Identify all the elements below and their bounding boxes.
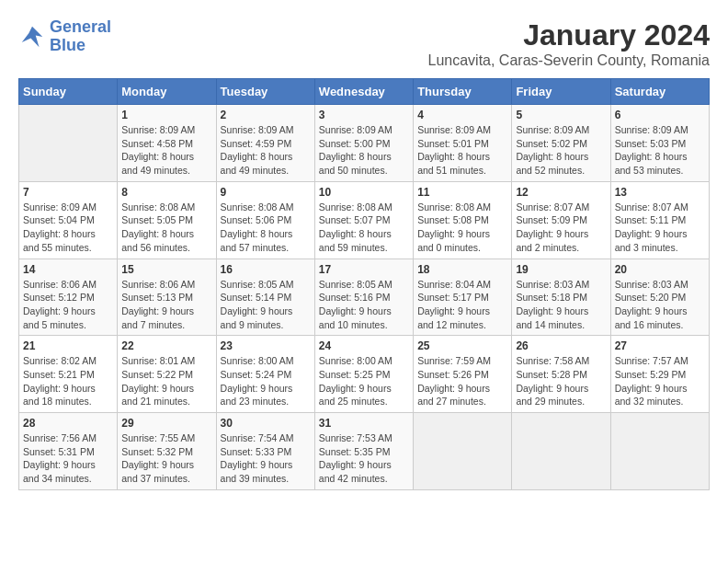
weekday-header-cell: Saturday [610, 79, 709, 105]
month-title: January 2024 [427, 18, 710, 52]
calendar-day-cell: 4Sunrise: 8:09 AMSunset: 5:01 PMDaylight… [414, 105, 512, 182]
day-number: 6 [615, 109, 705, 121]
day-number: 19 [516, 263, 606, 276]
day-number: 12 [516, 186, 606, 199]
day-info: Sunrise: 8:07 AMSunset: 5:09 PMDaylight:… [516, 201, 606, 255]
day-info: Sunrise: 8:08 AMSunset: 5:07 PMDaylight:… [319, 201, 409, 255]
calendar-day-cell [512, 413, 610, 490]
day-number: 15 [121, 263, 211, 276]
day-number: 9 [221, 186, 311, 199]
day-number: 13 [615, 186, 705, 199]
day-info: Sunrise: 7:57 AMSunset: 5:29 PMDaylight:… [615, 354, 705, 408]
logo-icon [18, 23, 46, 51]
day-info: Sunrise: 7:59 AMSunset: 5:26 PMDaylight:… [417, 354, 507, 408]
calendar-day-cell: 8Sunrise: 8:08 AMSunset: 5:05 PMDaylight… [118, 181, 216, 259]
weekday-header-cell: Thursday [414, 79, 512, 105]
calendar-day-cell: 14Sunrise: 8:06 AMSunset: 5:12 PMDayligh… [19, 259, 118, 336]
calendar-day-cell: 29Sunrise: 7:55 AMSunset: 5:32 PMDayligh… [118, 413, 216, 490]
logo-line2: Blue [50, 36, 85, 54]
header: General Blue January 2024 Luncavita, Car… [18, 18, 710, 69]
calendar-day-cell: 5Sunrise: 8:09 AMSunset: 5:02 PMDaylight… [512, 105, 610, 182]
calendar-day-cell: 17Sunrise: 8:05 AMSunset: 5:16 PMDayligh… [314, 259, 413, 336]
day-info: Sunrise: 8:09 AMSunset: 5:02 PMDaylight:… [516, 123, 606, 178]
day-number: 18 [417, 263, 507, 276]
calendar: SundayMondayTuesdayWednesdayThursdayFrid… [18, 78, 710, 490]
weekday-header-cell: Monday [118, 79, 216, 105]
day-info: Sunrise: 7:54 AMSunset: 5:33 PMDaylight:… [221, 431, 311, 486]
day-number: 7 [23, 186, 113, 199]
calendar-week-row: 21Sunrise: 8:02 AMSunset: 5:21 PMDayligh… [19, 336, 710, 413]
weekday-header-cell: Friday [512, 79, 610, 105]
calendar-week-row: 28Sunrise: 7:56 AMSunset: 5:31 PMDayligh… [19, 413, 710, 490]
day-info: Sunrise: 8:09 AMSunset: 5:01 PMDaylight:… [417, 123, 507, 178]
calendar-day-cell [414, 413, 512, 490]
day-info: Sunrise: 8:05 AMSunset: 5:16 PMDaylight:… [319, 278, 409, 332]
day-number: 26 [516, 339, 606, 352]
day-info: Sunrise: 7:56 AMSunset: 5:31 PMDaylight:… [23, 431, 113, 486]
calendar-week-row: 7Sunrise: 8:09 AMSunset: 5:04 PMDaylight… [19, 181, 710, 259]
calendar-day-cell: 9Sunrise: 8:08 AMSunset: 5:06 PMDaylight… [216, 181, 314, 259]
calendar-day-cell: 30Sunrise: 7:54 AMSunset: 5:33 PMDayligh… [216, 413, 314, 490]
calendar-day-cell: 16Sunrise: 8:05 AMSunset: 5:14 PMDayligh… [216, 259, 314, 336]
day-number: 2 [221, 109, 311, 121]
calendar-day-cell: 12Sunrise: 8:07 AMSunset: 5:09 PMDayligh… [512, 181, 610, 259]
svg-marker-0 [22, 27, 43, 48]
calendar-day-cell: 15Sunrise: 8:06 AMSunset: 5:13 PMDayligh… [118, 259, 216, 336]
calendar-day-cell: 13Sunrise: 8:07 AMSunset: 5:11 PMDayligh… [610, 181, 709, 259]
calendar-day-cell [19, 105, 118, 182]
day-number: 5 [516, 109, 606, 121]
day-number: 25 [417, 339, 507, 352]
day-number: 11 [417, 186, 507, 199]
calendar-day-cell: 27Sunrise: 7:57 AMSunset: 5:29 PMDayligh… [610, 336, 709, 413]
calendar-day-cell: 26Sunrise: 7:58 AMSunset: 5:28 PMDayligh… [512, 336, 610, 413]
calendar-day-cell: 31Sunrise: 7:53 AMSunset: 5:35 PMDayligh… [314, 413, 413, 490]
day-number: 1 [121, 109, 211, 121]
day-number: 24 [319, 339, 409, 352]
day-number: 21 [23, 339, 113, 352]
weekday-header-cell: Tuesday [216, 79, 314, 105]
day-number: 22 [121, 339, 211, 352]
day-number: 3 [319, 109, 409, 121]
calendar-day-cell: 21Sunrise: 8:02 AMSunset: 5:21 PMDayligh… [19, 336, 118, 413]
day-number: 16 [221, 263, 311, 276]
calendar-day-cell: 20Sunrise: 8:03 AMSunset: 5:20 PMDayligh… [610, 259, 709, 336]
logo: General Blue [18, 18, 111, 55]
day-info: Sunrise: 7:55 AMSunset: 5:32 PMDaylight:… [121, 431, 211, 486]
title-area: January 2024 Luncavita, Caras-Severin Co… [427, 18, 710, 69]
day-info: Sunrise: 8:04 AMSunset: 5:17 PMDaylight:… [417, 278, 507, 332]
day-info: Sunrise: 8:08 AMSunset: 5:05 PMDaylight:… [121, 201, 211, 255]
calendar-day-cell: 24Sunrise: 8:00 AMSunset: 5:25 PMDayligh… [314, 336, 413, 413]
calendar-day-cell: 11Sunrise: 8:08 AMSunset: 5:08 PMDayligh… [414, 181, 512, 259]
day-info: Sunrise: 8:08 AMSunset: 5:08 PMDaylight:… [417, 201, 507, 255]
day-number: 31 [319, 417, 409, 430]
day-number: 8 [121, 186, 211, 199]
calendar-day-cell: 19Sunrise: 8:03 AMSunset: 5:18 PMDayligh… [512, 259, 610, 336]
calendar-day-cell: 23Sunrise: 8:00 AMSunset: 5:24 PMDayligh… [216, 336, 314, 413]
day-number: 30 [221, 417, 311, 430]
day-info: Sunrise: 8:02 AMSunset: 5:21 PMDaylight:… [23, 354, 113, 408]
day-info: Sunrise: 8:06 AMSunset: 5:12 PMDaylight:… [23, 278, 113, 332]
day-info: Sunrise: 8:05 AMSunset: 5:14 PMDaylight:… [221, 278, 311, 332]
day-info: Sunrise: 8:00 AMSunset: 5:25 PMDaylight:… [319, 354, 409, 408]
day-info: Sunrise: 8:01 AMSunset: 5:22 PMDaylight:… [121, 354, 211, 408]
day-info: Sunrise: 8:08 AMSunset: 5:06 PMDaylight:… [221, 201, 311, 255]
day-number: 27 [615, 339, 705, 352]
day-info: Sunrise: 8:03 AMSunset: 5:20 PMDaylight:… [615, 278, 705, 332]
day-info: Sunrise: 8:00 AMSunset: 5:24 PMDaylight:… [221, 354, 311, 408]
weekday-header-row: SundayMondayTuesdayWednesdayThursdayFrid… [19, 79, 710, 105]
calendar-day-cell: 22Sunrise: 8:01 AMSunset: 5:22 PMDayligh… [118, 336, 216, 413]
logo-text: General Blue [50, 18, 111, 55]
day-info: Sunrise: 8:03 AMSunset: 5:18 PMDaylight:… [516, 278, 606, 332]
weekday-header-cell: Wednesday [314, 79, 413, 105]
logo-line1: General [50, 17, 111, 36]
location-title: Luncavita, Caras-Severin County, Romania [427, 52, 710, 69]
day-number: 29 [121, 417, 211, 430]
day-number: 10 [319, 186, 409, 199]
calendar-day-cell: 7Sunrise: 8:09 AMSunset: 5:04 PMDaylight… [19, 181, 118, 259]
day-info: Sunrise: 8:09 AMSunset: 5:04 PMDaylight:… [23, 201, 113, 255]
day-number: 17 [319, 263, 409, 276]
day-info: Sunrise: 7:53 AMSunset: 5:35 PMDaylight:… [319, 431, 409, 486]
day-info: Sunrise: 8:06 AMSunset: 5:13 PMDaylight:… [121, 278, 211, 332]
calendar-day-cell: 25Sunrise: 7:59 AMSunset: 5:26 PMDayligh… [414, 336, 512, 413]
day-info: Sunrise: 8:07 AMSunset: 5:11 PMDaylight:… [615, 201, 705, 255]
